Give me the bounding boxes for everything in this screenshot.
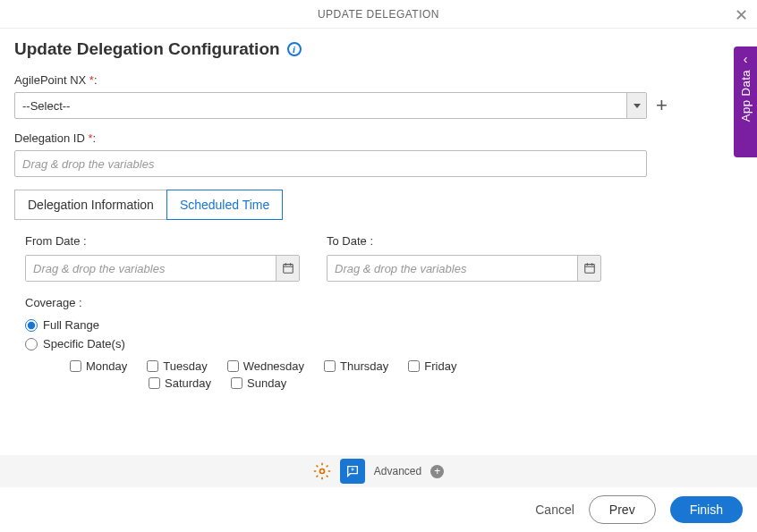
comment-icon	[345, 464, 360, 478]
checkbox-wednesday-input[interactable]	[227, 360, 239, 372]
checkbox-monday: Monday	[70, 359, 127, 373]
radio-specific-dates-input[interactable]	[25, 338, 38, 350]
add-icon[interactable]: +	[656, 94, 668, 117]
checkbox-monday-label[interactable]: Monday	[86, 359, 127, 373]
delegation-id-label: Delegation ID *:	[14, 131, 743, 145]
to-date-field: To Date :	[327, 234, 601, 282]
coverage-label: Coverage :	[25, 296, 732, 309]
checkbox-saturday-input[interactable]	[149, 377, 160, 389]
from-date-field: From Date :	[25, 234, 300, 282]
checkbox-tuesday-label[interactable]: Tuesday	[163, 359, 207, 373]
advanced-label[interactable]: Advanced	[374, 465, 421, 477]
checkbox-wednesday-label[interactable]: Wednesday	[243, 359, 304, 373]
agilepoint-field: AgilePoint NX *: --Select-- +	[14, 73, 743, 119]
checkbox-friday: Friday	[408, 359, 456, 373]
page-title-row: Update Delegation Configuration i	[14, 39, 743, 59]
to-date-calendar-button[interactable]	[577, 256, 600, 281]
from-date-calendar-button[interactable]	[276, 256, 299, 281]
svg-point-2	[319, 469, 324, 474]
page-title: Update Delegation Configuration	[14, 39, 280, 59]
checkbox-saturday: Saturday	[149, 376, 211, 390]
tabs: Delegation Information Scheduled Time	[14, 190, 743, 220]
checkbox-sunday: Sunday	[231, 376, 286, 390]
checkbox-thursday-input[interactable]	[324, 360, 336, 372]
prev-button[interactable]: Prev	[589, 495, 656, 524]
action-bar: Cancel Prev Finish	[0, 487, 757, 532]
radio-full-range-label[interactable]: Full Range	[43, 318, 99, 332]
checkbox-wednesday: Wednesday	[227, 359, 304, 373]
checkbox-thursday-label[interactable]: Thursday	[340, 359, 388, 373]
side-tab-label: App Data	[739, 70, 753, 122]
from-date-input[interactable]	[26, 256, 276, 281]
days-row-1: Monday Tuesday Wednesday Thursday Friday	[25, 359, 472, 373]
footer-toolbar: Advanced +	[0, 455, 757, 487]
delegation-id-field: Delegation ID *:	[14, 131, 743, 177]
svg-rect-0	[283, 265, 293, 274]
checkbox-tuesday: Tuesday	[147, 359, 207, 373]
close-icon[interactable]: ✕	[735, 5, 748, 25]
comment-button[interactable]	[340, 459, 365, 484]
tab-content-scheduled: From Date : To Date :	[14, 234, 743, 390]
days-row-2: Saturday Sunday	[25, 376, 732, 390]
delegation-id-input[interactable]	[14, 150, 647, 177]
to-date-input[interactable]	[327, 256, 577, 281]
radio-specific-dates: Specific Date(s)	[25, 337, 732, 350]
dialog-title: UPDATE DELEGATION	[318, 8, 439, 21]
to-date-input-wrap	[327, 255, 601, 282]
checkbox-friday-input[interactable]	[408, 360, 420, 372]
caret-down-icon	[634, 104, 641, 108]
finish-button[interactable]: Finish	[670, 496, 743, 523]
svg-rect-1	[584, 265, 594, 274]
date-row: From Date : To Date :	[25, 234, 732, 282]
cancel-button[interactable]: Cancel	[535, 502, 574, 517]
agilepoint-select[interactable]: --Select--	[14, 92, 647, 119]
checkbox-friday-label[interactable]: Friday	[424, 359, 456, 373]
agilepoint-label: AgilePoint NX *:	[14, 73, 743, 87]
radio-full-range-input[interactable]	[25, 319, 38, 332]
checkbox-sunday-label[interactable]: Sunday	[247, 376, 286, 390]
calendar-icon	[583, 262, 596, 274]
coverage-radio-group: Full Range Specific Date(s)	[25, 318, 732, 350]
from-date-input-wrap	[25, 255, 300, 282]
checkbox-monday-input[interactable]	[70, 360, 81, 372]
radio-specific-dates-label[interactable]: Specific Date(s)	[43, 337, 125, 350]
checkbox-tuesday-input[interactable]	[147, 360, 158, 372]
to-date-label: To Date :	[327, 234, 601, 248]
tab-delegation-info[interactable]: Delegation Information	[14, 190, 166, 220]
content-area: Update Delegation Configuration i AgileP…	[0, 29, 757, 390]
checkbox-saturday-label[interactable]: Saturday	[165, 376, 211, 390]
tab-scheduled-time[interactable]: Scheduled Time	[166, 190, 283, 220]
gear-icon[interactable]	[313, 462, 331, 480]
select-dropdown-button[interactable]	[626, 93, 646, 118]
checkbox-thursday: Thursday	[324, 359, 388, 373]
agilepoint-select-value: --Select--	[15, 99, 626, 113]
agilepoint-select-row: --Select-- +	[14, 92, 743, 119]
dialog-header: UPDATE DELEGATION ✕	[0, 0, 757, 29]
side-tab-app-data[interactable]: ‹ App Data	[734, 46, 757, 157]
calendar-icon	[282, 262, 294, 274]
plus-circle-icon[interactable]: +	[430, 465, 444, 478]
radio-full-range: Full Range	[25, 318, 732, 332]
checkbox-sunday-input[interactable]	[231, 377, 242, 389]
chevron-left-icon: ‹	[744, 52, 748, 66]
from-date-label: From Date :	[25, 234, 300, 248]
info-icon[interactable]: i	[287, 42, 302, 56]
